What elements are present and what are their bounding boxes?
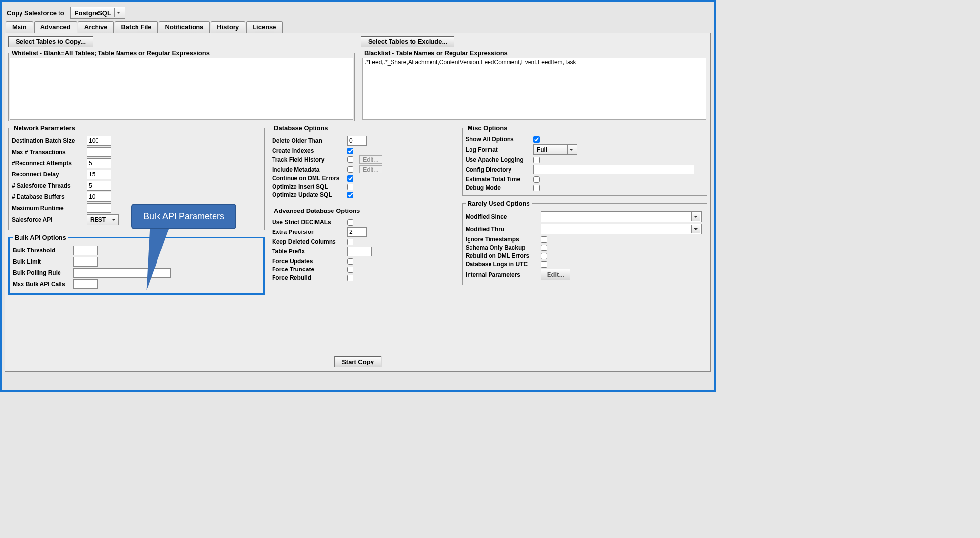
bulk-maxcalls-input[interactable] bbox=[73, 279, 98, 289]
chevron-down-icon bbox=[114, 8, 123, 17]
ignore-ts-checkbox[interactable] bbox=[541, 236, 547, 243]
tab-main[interactable]: Main bbox=[6, 21, 33, 33]
reconn-att-input[interactable] bbox=[87, 158, 111, 168]
delete-older-label: Delete Older Than bbox=[272, 137, 345, 144]
tab-history[interactable]: History bbox=[211, 21, 245, 33]
tab-bar: Main Advanced Archive Batch File Notific… bbox=[2, 21, 714, 33]
sf-api-select[interactable]: REST bbox=[87, 214, 119, 225]
create-indexes-label: Create Indexes bbox=[272, 147, 345, 154]
reconn-delay-label: Reconnect Delay bbox=[12, 171, 85, 178]
app-window: Copy Salesforce to PostgreSQL Main Advan… bbox=[0, 0, 716, 392]
include-meta-edit-button[interactable]: Edit... bbox=[359, 165, 382, 173]
dest-batch-label: Destination Batch Size bbox=[12, 137, 85, 144]
show-all-label: Show All Options bbox=[466, 136, 531, 143]
network-legend: Network Parameters bbox=[12, 124, 77, 132]
bulk-threshold-input[interactable] bbox=[73, 246, 98, 255]
db-buffers-label: # Database Buffers bbox=[12, 193, 85, 200]
tab-license[interactable]: License bbox=[246, 21, 282, 33]
include-meta-label: Include Metadata bbox=[272, 166, 345, 173]
cont-dml-checkbox[interactable] bbox=[347, 175, 353, 182]
force-rebuild-checkbox[interactable] bbox=[347, 275, 353, 281]
sf-api-value: REST bbox=[90, 216, 106, 223]
keep-del-checkbox[interactable] bbox=[347, 239, 353, 245]
create-indexes-checkbox[interactable] bbox=[347, 148, 353, 154]
force-trunc-checkbox[interactable] bbox=[347, 267, 353, 273]
mod-since-select[interactable] bbox=[541, 211, 702, 222]
track-history-checkbox[interactable] bbox=[347, 156, 353, 163]
select-tables-copy-button[interactable]: Select Tables to Copy... bbox=[8, 36, 93, 47]
destination-combo[interactable]: PostgreSQL bbox=[70, 7, 125, 19]
sf-threads-input[interactable] bbox=[87, 181, 111, 191]
delete-older-input[interactable] bbox=[347, 136, 367, 146]
tab-batch-file[interactable]: Batch File bbox=[115, 21, 157, 33]
include-meta-checkbox[interactable] bbox=[347, 166, 353, 173]
opt-insert-label: Optimize Insert SQL bbox=[272, 183, 345, 190]
chevron-down-icon bbox=[691, 225, 700, 233]
select-tables-exclude-button[interactable]: Select Tables to Exclude... bbox=[361, 36, 454, 47]
tab-panel-advanced: Select Tables to Copy... Whitelist - Bla… bbox=[5, 33, 711, 372]
log-format-label: Log Format bbox=[466, 146, 531, 153]
config-dir-label: Config Directory bbox=[466, 166, 531, 173]
tab-notifications[interactable]: Notifications bbox=[159, 21, 210, 33]
callout-bubble: Bulk API Parameters bbox=[131, 204, 236, 229]
misc-legend: Misc Options bbox=[466, 124, 510, 132]
advanced-database-options: Advanced Database Options Use Strict DEC… bbox=[269, 207, 458, 286]
force-upd-label: Force Updates bbox=[272, 258, 345, 265]
rebuild-dml-checkbox[interactable] bbox=[541, 253, 547, 259]
tab-archive[interactable]: Archive bbox=[78, 21, 114, 33]
bulk-maxcalls-label: Max Bulk API Calls bbox=[13, 281, 71, 288]
chevron-down-icon bbox=[567, 145, 576, 154]
opt-update-checkbox[interactable] bbox=[347, 192, 353, 198]
show-all-checkbox[interactable] bbox=[533, 136, 540, 143]
max-runtime-label: Maximum Runtime bbox=[12, 205, 85, 211]
destination-value: PostgreSQL bbox=[75, 9, 111, 17]
internal-params-edit-button[interactable]: Edit... bbox=[541, 269, 570, 280]
strict-dec-label: Use Strict DECIMALs bbox=[272, 219, 345, 226]
db-buffers-input[interactable] bbox=[87, 192, 111, 202]
misc-options: Misc Options Show All Options Log Format… bbox=[462, 124, 707, 196]
advdb-legend: Advanced Database Options bbox=[272, 207, 362, 214]
track-history-edit-button[interactable]: Edit... bbox=[359, 155, 382, 164]
schema-only-checkbox[interactable] bbox=[541, 245, 547, 251]
debug-label: Debug Mode bbox=[466, 184, 531, 191]
rebuild-dml-label: Rebuild on DML Errors bbox=[466, 252, 539, 259]
chevron-down-icon bbox=[691, 212, 700, 221]
log-format-select[interactable]: Full bbox=[533, 144, 577, 155]
config-dir-input[interactable] bbox=[533, 165, 694, 174]
est-time-checkbox[interactable] bbox=[533, 176, 540, 183]
db-logs-utc-checkbox[interactable] bbox=[541, 261, 547, 268]
log-format-value: Full bbox=[537, 146, 547, 153]
rarely-used-options: Rarely Used Options Modified Since Modif… bbox=[462, 200, 707, 285]
sf-threads-label: # Salesforce Threads bbox=[12, 182, 85, 189]
bulk-limit-label: Bulk Limit bbox=[13, 258, 71, 265]
reconn-delay-input[interactable] bbox=[87, 170, 111, 179]
max-trans-input[interactable] bbox=[87, 147, 111, 157]
strict-dec-checkbox[interactable] bbox=[347, 219, 353, 226]
mod-thru-select[interactable] bbox=[541, 224, 702, 234]
mod-since-label: Modified Since bbox=[466, 213, 539, 220]
blacklist-listbox[interactable]: .*Feed,.*_Share,Attachment,ContentVersio… bbox=[362, 58, 706, 120]
bulk-threshold-label: Bulk Threshold bbox=[13, 247, 71, 254]
force-upd-checkbox[interactable] bbox=[347, 258, 353, 265]
extra-prec-input[interactable] bbox=[347, 227, 367, 237]
bulk-polling-label: Bulk Polling Rule bbox=[13, 269, 71, 276]
debug-checkbox[interactable] bbox=[533, 185, 540, 191]
whitelist-listbox[interactable] bbox=[10, 58, 353, 120]
start-copy-button[interactable]: Start Copy bbox=[334, 356, 381, 367]
apache-log-checkbox[interactable] bbox=[533, 157, 540, 163]
max-runtime-input[interactable] bbox=[87, 203, 111, 213]
tab-advanced[interactable]: Advanced bbox=[34, 21, 77, 33]
opt-insert-checkbox[interactable] bbox=[347, 184, 353, 190]
header-title: Copy Salesforce to bbox=[7, 9, 64, 17]
opt-update-label: Optimize Update SQL bbox=[272, 192, 345, 198]
bulk-limit-input[interactable] bbox=[73, 257, 98, 267]
whitelist-fieldset: Whitelist - Blank=All Tables; Table Name… bbox=[8, 49, 355, 121]
ignore-ts-label: Ignore Timestamps bbox=[466, 236, 539, 243]
extra-prec-label: Extra Precision bbox=[272, 229, 345, 235]
rarely-legend: Rarely Used Options bbox=[466, 200, 532, 207]
table-prefix-input[interactable] bbox=[347, 247, 372, 256]
max-trans-label: Max # Transactions bbox=[12, 149, 85, 155]
schema-only-label: Schema Only Backup bbox=[466, 244, 539, 251]
dest-batch-input[interactable] bbox=[87, 136, 111, 146]
mod-thru-label: Modified Thru bbox=[466, 226, 539, 232]
